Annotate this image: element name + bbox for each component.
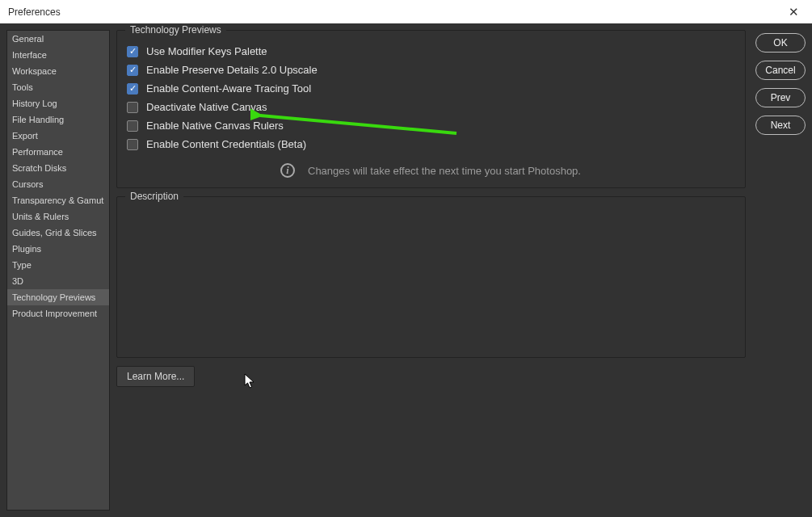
sidebar-item-product-improvement[interactable]: Product Improvement [7, 305, 109, 322]
option-row: ✓Enable Preserve Details 2.0 Upscale [127, 61, 735, 79]
sidebar-item-type[interactable]: Type [7, 257, 109, 273]
sidebar-item-3d[interactable]: 3D [7, 273, 109, 289]
sidebar-item-guides-grid-slices[interactable]: Guides, Grid & Slices [7, 225, 109, 241]
tech-previews-group: Technology Previews ✓Use Modifier Keys P… [116, 30, 746, 188]
checkbox[interactable]: ✓ [127, 46, 138, 57]
description-group: Description [116, 196, 746, 358]
learn-more-button[interactable]: Learn More... [116, 366, 195, 387]
window-title: Preferences [8, 6, 61, 18]
sidebar-item-performance[interactable]: Performance [7, 144, 109, 160]
checkbox[interactable] [127, 120, 138, 132]
sidebar-item-technology-previews[interactable]: Technology Previews [7, 289, 109, 305]
checkbox[interactable]: ✓ [127, 83, 138, 95]
option-label[interactable]: Enable Content-Aware Tracing Tool [146, 82, 311, 95]
info-text: Changes will take effect the next time y… [308, 165, 581, 177]
option-label[interactable]: Enable Content Credentials (Beta) [146, 138, 306, 150]
sidebar-item-history-log[interactable]: History Log [7, 95, 109, 111]
sidebar-item-export[interactable]: Export [7, 128, 109, 144]
close-icon[interactable]: ✕ [784, 3, 804, 21]
option-row: ✓Use Modifier Keys Palette [127, 42, 735, 61]
preferences-window: Preferences ✕ GeneralInterfaceWorkspaceT… [0, 0, 812, 517]
sidebar-item-general[interactable]: General [7, 31, 109, 47]
titlebar: Preferences ✕ [0, 0, 812, 23]
sidebar-item-scratch-disks[interactable]: Scratch Disks [7, 160, 109, 176]
checkbox[interactable]: ✓ [127, 65, 138, 76]
cursor-icon [244, 373, 257, 389]
sidebar-item-units-rulers[interactable]: Units & Rulers [7, 208, 109, 225]
info-icon: i [280, 163, 295, 178]
button-column: OK Cancel Prev Next [755, 30, 806, 511]
sidebar-item-workspace[interactable]: Workspace [7, 63, 109, 79]
sidebar-item-tools[interactable]: Tools [7, 79, 109, 95]
option-row: Enable Content Credentials (Beta) [127, 135, 735, 153]
cancel-button[interactable]: Cancel [755, 61, 806, 80]
option-label[interactable]: Use Modifier Keys Palette [146, 45, 267, 57]
prev-button[interactable]: Prev [755, 88, 806, 107]
ok-button[interactable]: OK [755, 33, 806, 53]
option-row: Deactivate Native Canvas [127, 98, 735, 116]
content-area: GeneralInterfaceWorkspaceToolsHistory Lo… [0, 23, 812, 517]
sidebar-item-file-handling[interactable]: File Handling [7, 111, 109, 128]
group-label: Technology Previews [125, 24, 226, 36]
description-label: Description [125, 191, 183, 202]
next-button[interactable]: Next [755, 116, 806, 135]
option-row: Enable Native Canvas Rulers [127, 116, 735, 135]
checkbox[interactable] [127, 139, 138, 150]
option-label[interactable]: Enable Preserve Details 2.0 Upscale [146, 64, 318, 76]
option-row: ✓Enable Content-Aware Tracing Tool [127, 79, 735, 98]
option-label[interactable]: Deactivate Native Canvas [146, 101, 267, 113]
main-panel: Technology Previews ✓Use Modifier Keys P… [116, 30, 749, 511]
checkbox[interactable] [127, 102, 138, 113]
option-label[interactable]: Enable Native Canvas Rulers [146, 120, 284, 132]
sidebar-item-transparency-gamut[interactable]: Transparency & Gamut [7, 192, 109, 208]
sidebar-item-interface[interactable]: Interface [7, 47, 109, 63]
info-row: i Changes will take effect the next time… [127, 163, 735, 178]
sidebar-item-plugins[interactable]: Plugins [7, 241, 109, 257]
sidebar: GeneralInterfaceWorkspaceToolsHistory Lo… [6, 30, 110, 511]
sidebar-item-cursors[interactable]: Cursors [7, 176, 109, 192]
